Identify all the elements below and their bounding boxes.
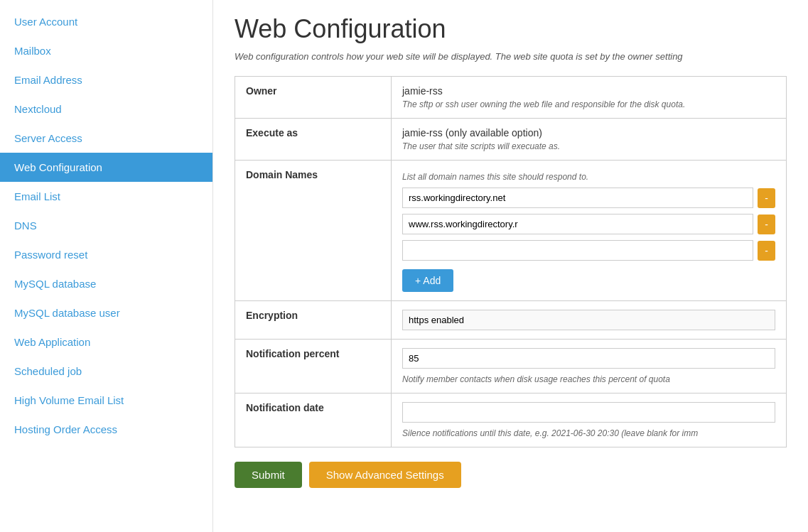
sidebar-item-dns[interactable]: DNS <box>0 211 212 240</box>
show-advanced-button[interactable]: Show Advanced Settings <box>309 462 461 488</box>
sidebar-item-nextcloud[interactable]: Nextcloud <box>0 94 212 124</box>
notification-date-label: Notification date <box>235 393 392 447</box>
sidebar-item-email-address[interactable]: Email Address <box>0 65 212 94</box>
domain-row-1: - <box>402 214 775 234</box>
notification-percent-label: Notification percent <box>235 340 392 393</box>
domain-row-0: - <box>402 188 775 208</box>
execute-as-value-cell: jamie-rss (only available option) The us… <box>392 119 787 161</box>
encryption-row: Encryption <box>235 301 787 340</box>
domain-input-0[interactable] <box>402 188 753 208</box>
notification-percent-row: Notification percent Notify member conta… <box>235 340 787 393</box>
execute-as-hint: The user that site scripts will execuate… <box>402 141 775 151</box>
owner-label: Owner <box>235 77 392 119</box>
remove-domain-button-0[interactable]: - <box>758 188 775 208</box>
sidebar-item-user-account[interactable]: User Account <box>0 7 212 36</box>
sidebar-item-mailbox[interactable]: Mailbox <box>0 36 212 65</box>
notification-percent-input[interactable] <box>402 348 775 369</box>
remove-domain-button-1[interactable]: - <box>758 215 775 234</box>
sidebar-item-web-application[interactable]: Web Application <box>0 327 212 357</box>
domain-row-2: - <box>402 240 775 261</box>
notification-percent-value-cell: Notify member contacts when disk usage r… <box>392 340 787 393</box>
sidebar-item-hosting-order-access[interactable]: Hosting Order Access <box>0 415 212 444</box>
sidebar-item-web-configuration[interactable]: Web Configuration <box>0 153 212 182</box>
sidebar-item-password-reset[interactable]: Password reset <box>0 240 212 269</box>
notification-date-hint: Silence notifications until this date, e… <box>402 428 775 438</box>
encryption-label: Encryption <box>235 301 392 340</box>
sidebar-item-mysql-database-user[interactable]: MySQL database user <box>0 298 212 327</box>
page-title: Web Configuration <box>235 14 787 44</box>
domain-rows-container: --- <box>402 188 775 261</box>
domain-input-1[interactable] <box>402 214 753 234</box>
sidebar-item-high-volume-email[interactable]: High Volume Email List <box>0 386 212 415</box>
domain-names-label: Domain Names <box>235 161 392 301</box>
encryption-input[interactable] <box>402 310 775 330</box>
domain-input-2[interactable] <box>402 240 753 261</box>
notification-date-value-cell: Silence notifications until this date, e… <box>392 393 787 447</box>
notification-percent-hint: Notify member contacts when disk usage r… <box>402 374 775 384</box>
domain-names-hint: List all domain names this site should r… <box>402 172 775 182</box>
notification-date-row: Notification date Silence notifications … <box>235 393 787 447</box>
remove-domain-button-2[interactable]: - <box>758 241 775 261</box>
sidebar: User AccountMailboxEmail AddressNextclou… <box>0 0 213 532</box>
sidebar-item-server-access[interactable]: Server Access <box>0 124 212 153</box>
add-domain-button[interactable]: + Add <box>402 269 453 292</box>
domain-names-value-cell: List all domain names this site should r… <box>392 161 787 301</box>
owner-value: jamie-rss <box>402 85 443 97</box>
sidebar-item-email-list[interactable]: Email List <box>0 182 212 211</box>
owner-value-cell: jamie-rss The sftp or ssh user owning th… <box>392 77 787 119</box>
notification-date-input[interactable] <box>402 402 775 423</box>
execute-as-value: jamie-rss (only available option) <box>402 127 542 139</box>
bottom-bar: Submit Show Advanced Settings <box>235 462 787 488</box>
owner-row: Owner jamie-rss The sftp or ssh user own… <box>235 77 787 119</box>
sidebar-item-mysql-database[interactable]: MySQL database <box>0 269 212 298</box>
main-content: Web Configuration Web configuration cont… <box>213 0 808 532</box>
execute-as-row: Execute as jamie-rss (only available opt… <box>235 119 787 161</box>
encryption-value-cell <box>392 301 787 340</box>
submit-button[interactable]: Submit <box>235 462 302 488</box>
owner-hint: The sftp or ssh user owning the web file… <box>402 99 775 109</box>
page-subtitle: Web configuration controls how your web … <box>235 51 787 62</box>
execute-as-label: Execute as <box>235 119 392 161</box>
domain-names-row: Domain Names List all domain names this … <box>235 161 787 301</box>
sidebar-item-scheduled-job[interactable]: Scheduled job <box>0 357 212 386</box>
config-form: Owner jamie-rss The sftp or ssh user own… <box>235 76 787 447</box>
